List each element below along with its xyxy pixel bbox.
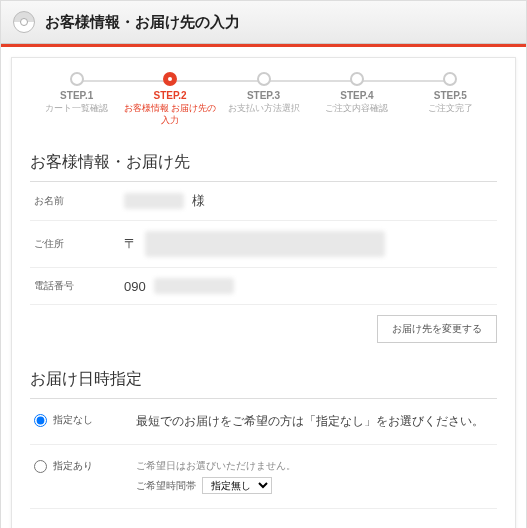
step-circle-icon	[70, 72, 84, 86]
step-circle-icon	[350, 72, 364, 86]
phone-label: 電話番号	[34, 279, 124, 293]
phone-row: 電話番号 090	[30, 268, 497, 305]
address-value-redacted	[145, 231, 385, 257]
step-circle-icon	[257, 72, 271, 86]
time-select-label: ご希望時間帯	[136, 479, 196, 493]
radio-set-label: 指定あり	[53, 459, 93, 473]
step-circle-icon	[443, 72, 457, 86]
address-row: ご住所 〒	[30, 221, 497, 268]
page-header: お客様情報・お届け先の入力	[1, 1, 526, 44]
radio-none[interactable]	[34, 414, 47, 427]
radio-none-desc: 最短でのお届けをご希望の方は「指定なし」をお選びください。	[136, 413, 493, 430]
postal-prefix: 〒	[124, 235, 137, 253]
change-address-button[interactable]: お届け先を変更する	[377, 315, 497, 343]
step-title: STEP.1	[30, 90, 123, 101]
name-row: お名前 様	[30, 182, 497, 221]
radio-set[interactable]	[34, 460, 47, 473]
step-3: STEP.3 お支払い方法選択	[217, 72, 310, 115]
step-title: STEP.4	[310, 90, 403, 101]
address-label: ご住所	[34, 237, 124, 251]
phone-prefix: 090	[124, 279, 146, 294]
radio-none-label: 指定なし	[53, 413, 93, 427]
step-sub: お客様情報 お届け先の入力	[123, 103, 216, 126]
step-title: STEP.3	[217, 90, 310, 101]
time-select[interactable]: 指定無し	[202, 477, 272, 494]
step-title: STEP.5	[404, 90, 497, 101]
delivery-option-none[interactable]: 指定なし 最短でのお届けをご希望の方は「指定なし」をお選びください。	[30, 399, 497, 445]
radio-set-note: ご希望日はお選びいただけません。	[136, 459, 493, 473]
step-4: STEP.4 ご注文内容確認	[310, 72, 403, 115]
page-title: お客様情報・お届け先の入力	[45, 13, 240, 32]
step-sub: ご注文内容確認	[310, 103, 403, 115]
step-circle-icon	[163, 72, 177, 86]
step-sub: ご注文完了	[404, 103, 497, 115]
delivery-option-set[interactable]: 指定あり ご希望日はお選びいただけません。 ご希望時間帯 指定無し	[30, 445, 497, 509]
step-5: STEP.5 ご注文完了	[404, 72, 497, 115]
step-sub: お支払い方法選択	[217, 103, 310, 115]
delivery-section-title: お届け日時指定	[30, 361, 497, 399]
phone-value-redacted	[154, 278, 234, 294]
step-1: STEP.1 カート一覧確認	[30, 72, 123, 115]
name-value-redacted	[124, 193, 184, 209]
customer-section-title: お客様情報・お届け先	[30, 144, 497, 182]
name-label: お名前	[34, 194, 124, 208]
name-suffix: 様	[192, 192, 205, 210]
accent-bar	[1, 44, 526, 47]
step-title: STEP.2	[123, 90, 216, 101]
step-sub: カート一覧確認	[30, 103, 123, 115]
step-indicator: STEP.1 カート一覧確認 STEP.2 お客様情報 お届け先の入力 STEP…	[30, 72, 497, 126]
pokeball-icon	[13, 11, 35, 33]
